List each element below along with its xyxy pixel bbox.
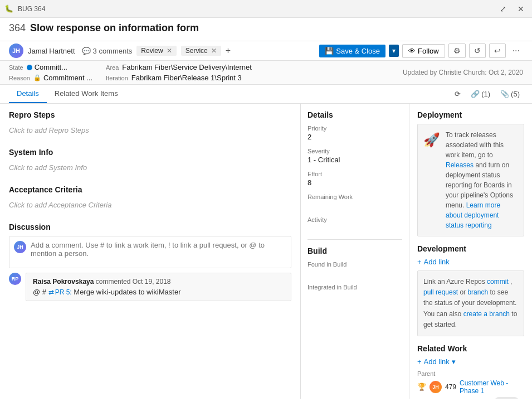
comment-input[interactable] [31, 241, 286, 263]
updated-info: Updated by Christie Church: Oct 2, 2020 [403, 69, 523, 76]
attachments-button[interactable]: 📎 (5) [497, 88, 523, 100]
reason-value[interactable]: 🔒 Commitment ... [33, 74, 92, 82]
iteration-text: Fabrikam Fiber\Release 1\Sprint 3 [131, 74, 242, 82]
divider [308, 239, 402, 240]
system-info-section: System Info Click to add System Info [9, 148, 291, 174]
save-dropdown-button[interactable]: ▾ [389, 45, 399, 57]
dev-box: Link an Azure Repos commit , pull reques… [417, 270, 524, 336]
user-avatar: JH [9, 43, 23, 58]
deployment-box: 🚀 To track releases associated with this… [417, 124, 524, 236]
tab-icons: ⟳ 🔗 (1) 📎 (5) [451, 85, 523, 103]
severity-field: Severity 1 - Critical [308, 148, 402, 164]
comment-prefix: @ # [33, 288, 46, 296]
reason-field: Reason 🔒 Commitment ... [9, 74, 92, 82]
effort-value[interactable]: 8 [308, 178, 402, 187]
state-label: State [9, 64, 23, 71]
new-badge: ● New [495, 397, 519, 399]
commenter-name: Raisa Pokrovskaya [33, 278, 94, 286]
user-name: Jamal Hartnett [28, 47, 75, 55]
priority-value[interactable]: 2 [308, 133, 402, 141]
more-button[interactable]: ··· [509, 43, 523, 58]
repro-steps-section: Repro Steps Click to add Repro Steps [9, 110, 291, 137]
comment-text: Merge wiki-updates to wikiMaster [74, 288, 180, 296]
service-tag-close[interactable]: ✕ [211, 47, 217, 55]
commit-link[interactable]: commit [487, 278, 509, 286]
comment-icon: 💬 [82, 47, 91, 55]
repro-steps-title: Repro Steps [9, 110, 291, 119]
remaining-work-value[interactable] [308, 201, 402, 210]
expand-button[interactable]: ⤢ [496, 3, 510, 14]
history-button[interactable]: ⟳ [451, 88, 464, 100]
save-close-button[interactable]: 💾 Save & Close [319, 45, 385, 57]
comment-date: commented Oct 19, 2018 [96, 278, 171, 286]
review-tag-close[interactable]: ✕ [167, 47, 172, 55]
tab-details[interactable]: Details [9, 85, 47, 103]
bug-number: 364 [9, 22, 26, 34]
comment-entry: RP Raisa Pokrovskaya commented Oct 19, 2… [9, 273, 291, 301]
reason-label: Reason [9, 75, 30, 81]
undo-button[interactable]: ↩ [489, 43, 506, 58]
repro-steps-add[interactable]: Click to add Repro Steps [9, 124, 291, 137]
build-title: Build [308, 246, 402, 255]
pull-request-link[interactable]: pull request [423, 288, 458, 296]
tabs-panel: Details Related Work Items ⟳ 🔗 (1) 📎 (5) [0, 85, 532, 104]
related-work-title: Related Work [417, 344, 524, 353]
add-tag-button[interactable]: + [226, 46, 231, 56]
priority-label: Priority [308, 125, 402, 132]
add-related-link-button[interactable]: + Add link ▾ [417, 357, 456, 366]
add-dev-link-button[interactable]: + Add link [417, 258, 450, 266]
pr-link[interactable]: PR 5: [55, 288, 72, 296]
system-info-add[interactable]: Click to add System Info [9, 161, 291, 174]
remaining-work-label: Remaining Work [308, 194, 402, 200]
title-bar-right: ⤢ ✕ [496, 3, 528, 14]
branch-link[interactable]: branch [467, 288, 488, 296]
create-branch-link[interactable]: create a branch [463, 310, 510, 318]
state-value[interactable]: Committ... [27, 63, 67, 71]
acceptance-section: Acceptance Criteria Click to add Accepta… [9, 185, 291, 211]
found-in-field: Found in Build [308, 261, 402, 277]
toolbar: JH Jamal Hartnett 💬 3 comments Review ✕ … [0, 41, 532, 61]
main-content: Repro Steps Click to add Repro Steps Sys… [0, 104, 532, 399]
refresh-button[interactable]: ↺ [469, 43, 486, 58]
top-header: 364 Slow response on information form [0, 18, 532, 41]
related-item: 🏆 JH 479 Customer Web - Phase 1 [417, 379, 524, 395]
follow-button[interactable]: 👁 Follow [402, 44, 445, 58]
commenter-avatar: RP [9, 273, 21, 285]
system-info-title: System Info [9, 148, 291, 157]
releases-link[interactable]: Releases [446, 161, 474, 169]
tab-related-work[interactable]: Related Work Items [47, 85, 126, 103]
middle-panel: Details Priority 2 Severity 1 - Critical… [301, 104, 409, 399]
deployment-title: Deployment [417, 110, 524, 119]
close-button[interactable]: ✕ [514, 3, 528, 14]
activity-value[interactable] [308, 224, 402, 233]
comment-box: JH [9, 236, 291, 268]
severity-label: Severity [308, 148, 402, 154]
related-item-number: 479 [445, 383, 456, 391]
review-tag[interactable]: Review ✕ [136, 46, 176, 56]
plus-icon: + [417, 258, 422, 266]
remaining-work-field: Remaining Work [308, 194, 402, 210]
found-in-value[interactable] [308, 269, 402, 277]
discussion-title: Discussion [9, 223, 291, 231]
development-section: Development + Add link Link an Azure Rep… [417, 244, 524, 336]
integrated-value[interactable] [308, 292, 402, 300]
settings-button[interactable]: ⚙ [448, 43, 466, 58]
area-value[interactable]: Fabrikam Fiber\Service Delivery\Internet [122, 63, 252, 71]
comments-button[interactable]: 💬 3 comments [82, 47, 133, 55]
acceptance-add[interactable]: Click to add Acceptance Criteria [9, 199, 291, 211]
deploy-icon: 🚀 [423, 130, 440, 150]
chevron-down-icon: ▾ [452, 357, 456, 366]
add-link2-label: Add link [424, 357, 450, 366]
related-item-link[interactable]: Customer Web - Phase 1 [460, 379, 524, 395]
severity-value[interactable]: 1 - Critical [308, 156, 402, 164]
bug-icon: 🐛 [4, 4, 13, 13]
review-tag-label: Review [141, 47, 163, 55]
iteration-value[interactable]: Fabrikam Fiber\Release 1\Sprint 3 [131, 74, 242, 82]
left-panel: Repro Steps Click to add Repro Steps Sys… [0, 104, 301, 399]
links-button[interactable]: 🔗 (1) [467, 88, 494, 100]
service-tag[interactable]: Service ✕ [181, 46, 221, 56]
iteration-field: Iteration Fabrikam Fiber\Release 1\Sprin… [106, 74, 252, 82]
iteration-label: Iteration [106, 75, 128, 81]
eye-icon: 👁 [408, 47, 416, 55]
comment-content: Raisa Pokrovskaya commented Oct 19, 2018… [26, 273, 291, 301]
